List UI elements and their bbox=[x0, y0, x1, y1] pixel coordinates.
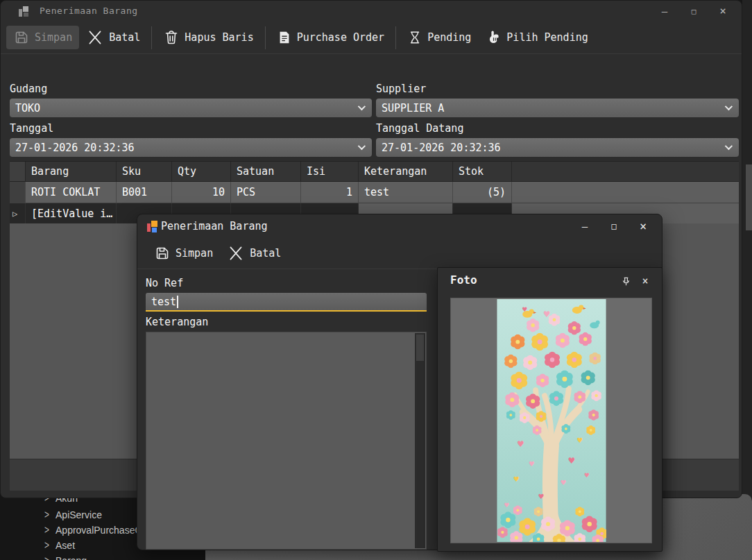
pin-icon[interactable] bbox=[619, 274, 633, 288]
edit-row-text[interactable]: [EditValue i… bbox=[26, 203, 117, 223]
cell-satuan[interactable]: PCS bbox=[231, 182, 301, 203]
toolbar-separator bbox=[265, 26, 266, 49]
grid-column-barang[interactable]: Barang bbox=[26, 162, 117, 181]
close-icon[interactable]: × bbox=[638, 274, 652, 288]
textarea-scrollbar[interactable] bbox=[415, 333, 425, 548]
background-scrollbar-fragment bbox=[746, 164, 752, 230]
main-window-title: Penerimaan Barang bbox=[40, 6, 138, 16]
text-caret bbox=[177, 296, 178, 308]
cell-barang[interactable]: ROTI COKLAT bbox=[26, 182, 117, 203]
hand-pointer-icon bbox=[485, 29, 502, 46]
gudang-combo[interactable]: TOKO bbox=[10, 99, 372, 117]
no-ref-label: No Ref bbox=[146, 277, 183, 289]
foto-panel: Foto × bbox=[437, 267, 663, 552]
minimize-button[interactable]: – bbox=[570, 221, 599, 231]
cell-stok[interactable]: (5) bbox=[453, 182, 512, 203]
grid-column-qty[interactable]: Qty bbox=[172, 162, 231, 181]
grid-column-isi[interactable]: Isi bbox=[301, 162, 359, 181]
chevron-right-icon: > bbox=[44, 539, 49, 552]
tanggal-datang-value: 27-01-2026 20:32:36 bbox=[376, 142, 501, 154]
svg-text:♥: ♥ bbox=[560, 479, 566, 486]
app-icon bbox=[147, 221, 157, 232]
keterangan-label: Keterangan bbox=[146, 316, 208, 328]
toolbar-separator bbox=[151, 26, 152, 49]
no-ref-input[interactable]: test bbox=[146, 293, 427, 312]
dialog-title: Penerimaan Barang bbox=[161, 220, 268, 232]
trash-icon bbox=[163, 29, 180, 46]
svg-text:♥: ♥ bbox=[542, 309, 550, 319]
batal-button[interactable]: Batal bbox=[79, 25, 147, 50]
svg-text:♥: ♥ bbox=[538, 493, 544, 500]
cell-isi[interactable]: 1 bbox=[301, 182, 359, 203]
cancel-icon bbox=[227, 244, 245, 262]
tanggal-label: Tanggal bbox=[10, 122, 53, 135]
dialog-simpan-label: Simpan bbox=[176, 247, 213, 260]
dialog-titlebar[interactable]: Penerimaan Barang – □ × bbox=[137, 214, 662, 238]
foto-image: ♥ ♥ ♥ ♥ ♥ ♥ ♥ ♥ ♥ ♥ ♥ bbox=[497, 299, 606, 542]
hourglass-icon bbox=[407, 30, 422, 45]
tree-item-label: Aset bbox=[55, 540, 75, 551]
svg-text:♥: ♥ bbox=[583, 472, 589, 479]
save-icon bbox=[154, 245, 171, 262]
supplier-value: SUPPLIER A bbox=[376, 102, 444, 114]
foto-panel-header[interactable]: Foto × bbox=[438, 268, 662, 294]
tanggal-datang-label: Tanggal Datang bbox=[376, 122, 463, 135]
tree-item-barang[interactable]: > Barang bbox=[44, 554, 87, 560]
pilih-pending-label: Pilih Pending bbox=[506, 31, 588, 44]
background-window-edge bbox=[742, 0, 752, 498]
cell-keterangan[interactable]: test bbox=[359, 182, 453, 203]
dialog-simpan-button[interactable]: Simpan bbox=[147, 241, 220, 265]
dialog-batal-label: Batal bbox=[250, 247, 281, 260]
pending-button[interactable]: Pending bbox=[400, 26, 478, 49]
minimize-button[interactable]: – bbox=[650, 6, 679, 16]
purchase-order-button[interactable]: Purchase Order bbox=[270, 26, 391, 49]
tree-item-approvalpurchase[interactable]: > ApprovalPurchaseO bbox=[44, 523, 142, 537]
dialog-batal-button[interactable]: Batal bbox=[220, 241, 288, 266]
grid-header: Barang Sku Qty Satuan Isi Keterangan Sto… bbox=[10, 161, 739, 182]
svg-text:♥: ♥ bbox=[567, 456, 575, 466]
svg-text:♥: ♥ bbox=[513, 475, 519, 483]
maximize-button[interactable]: □ bbox=[679, 8, 708, 15]
cell-qty[interactable]: 10 bbox=[172, 182, 231, 203]
tanggal-datang-combo[interactable]: 27-01-2026 20:32:36 bbox=[376, 138, 739, 157]
gudang-value: TOKO bbox=[10, 102, 40, 114]
hapus-baris-button[interactable]: Hapus Baris bbox=[156, 26, 260, 49]
tree-item-label: ApprovalPurchaseO bbox=[55, 525, 142, 536]
grid-column-sku[interactable]: Sku bbox=[117, 162, 172, 181]
maximize-button[interactable]: □ bbox=[599, 222, 629, 230]
grid-indicator-header bbox=[10, 162, 26, 181]
grid-column-filler bbox=[512, 162, 739, 181]
tree-item-aset[interactable]: > Aset bbox=[44, 538, 75, 552]
cell-sku[interactable]: B001 bbox=[117, 182, 172, 203]
cancel-icon bbox=[86, 28, 104, 46]
dialog-toolbar: Simpan Batal bbox=[137, 238, 662, 269]
simpan-button[interactable]: Simpan bbox=[6, 26, 79, 49]
grid-column-satuan[interactable]: Satuan bbox=[231, 162, 301, 181]
grid-row-1[interactable]: ROTI COKLAT B001 10 PCS 1 test (5) bbox=[10, 182, 739, 203]
row-indicator bbox=[10, 182, 26, 203]
keterangan-textarea[interactable] bbox=[146, 332, 427, 550]
chevron-down-icon bbox=[725, 103, 733, 110]
tree-item-apiservice[interactable]: > ApiService bbox=[44, 508, 102, 522]
chevron-right-icon: > bbox=[44, 554, 49, 560]
close-button[interactable]: × bbox=[629, 221, 658, 232]
pilih-pending-button[interactable]: Pilih Pending bbox=[478, 26, 595, 49]
document-icon bbox=[277, 30, 292, 45]
chevron-right-icon: > bbox=[44, 509, 49, 521]
cell-filler bbox=[512, 182, 739, 203]
chevron-down-icon bbox=[725, 142, 733, 150]
grid-column-keterangan[interactable]: Keterangan bbox=[359, 162, 453, 181]
scrollbar-thumb[interactable] bbox=[416, 334, 424, 361]
tanggal-combo[interactable]: 27-01-2026 20:32:36 bbox=[10, 138, 372, 157]
supplier-combo[interactable]: SUPPLIER A bbox=[376, 99, 739, 117]
main-toolbar: Simpan Batal Hapus Baris bbox=[1, 22, 742, 54]
close-button[interactable]: × bbox=[708, 6, 737, 17]
chevron-down-icon bbox=[358, 103, 366, 110]
supplier-label: Supplier bbox=[376, 83, 426, 95]
svg-text:♥: ♥ bbox=[516, 439, 524, 449]
batal-label: Batal bbox=[109, 31, 140, 44]
tanggal-value: 27-01-2026 20:32:36 bbox=[10, 142, 135, 154]
grid-column-stok[interactable]: Stok bbox=[453, 162, 512, 181]
main-window-titlebar[interactable]: Penerimaan Barang – □ × bbox=[1, 1, 742, 22]
chevron-right-icon: > bbox=[44, 524, 49, 536]
